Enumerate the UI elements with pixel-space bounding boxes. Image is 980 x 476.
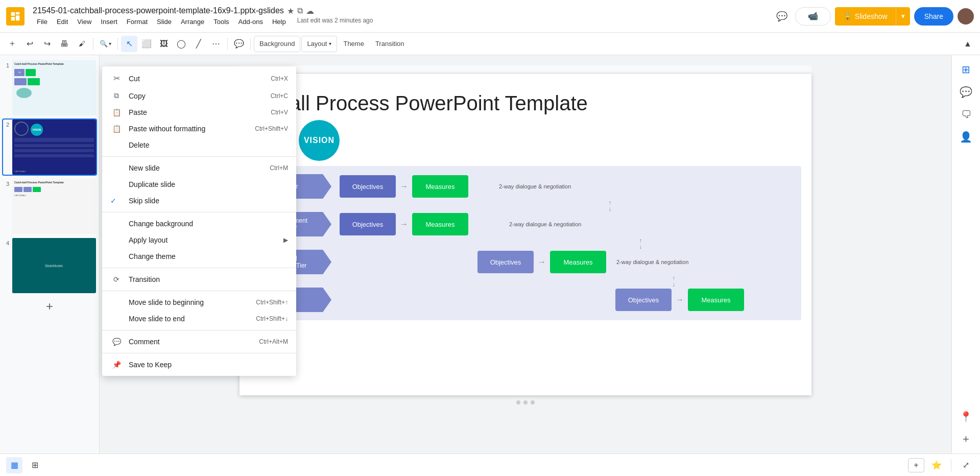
slide-thumb-4[interactable]: 4 SlideModel. xyxy=(2,237,97,294)
context-menu: ✂ Cut Ctrl+X ⧉ Copy Ctrl+C 📋 Paste Ctrl+… xyxy=(102,66,296,376)
ctx-cut[interactable]: ✂ Cut Ctrl+X xyxy=(102,69,296,87)
zoom-icon: 🔍 xyxy=(100,40,108,47)
slide-thumb-1[interactable]: 1 Catch-ball Process PowerPoint Template… xyxy=(2,59,97,116)
ctx-save-keep[interactable]: 📌 Save to Keep xyxy=(102,356,296,373)
share-button[interactable]: Share xyxy=(914,7,953,26)
menu-help[interactable]: Help xyxy=(268,17,290,27)
app-logo[interactable] xyxy=(6,7,25,26)
ctx-move-beginning[interactable]: Move slide to beginning Ctrl+Shift+↑ xyxy=(102,294,296,311)
ctx-new-slide-shortcut: Ctrl+M xyxy=(270,164,288,172)
redo-btn[interactable]: ↪ xyxy=(39,36,55,52)
normal-view-btn[interactable]: ▦ xyxy=(6,457,22,473)
extras-btn[interactable]: ⋯ xyxy=(208,36,224,52)
slide-thumb-2[interactable]: 2 VISION CATCHBALL xyxy=(2,118,97,176)
folder-icon[interactable]: ⧉ xyxy=(297,6,303,15)
cut-icon: ✂ xyxy=(110,74,123,83)
ctx-delete[interactable]: Delete xyxy=(102,137,296,153)
ctx-change-theme[interactable]: Change theme xyxy=(102,248,296,265)
ctx-sep1 xyxy=(102,156,296,157)
lock-icon: 🔒 xyxy=(843,12,852,20)
comments-panel-btn[interactable]: 🗨 xyxy=(956,104,976,125)
slide-num-3: 3 xyxy=(3,179,12,234)
arrow-4: → xyxy=(676,295,684,304)
ctx-sep3 xyxy=(102,268,296,268)
chat-panel-btn[interactable]: 💬 xyxy=(956,82,976,102)
cloud-icon[interactable]: ☁ xyxy=(306,6,314,16)
ctx-change-bg[interactable]: Change background xyxy=(102,216,296,232)
menu-arrange[interactable]: Arrange xyxy=(177,17,208,27)
submenu-arrow: ▶ xyxy=(283,236,288,244)
paste-icon: 📋 xyxy=(110,108,123,116)
ctx-new-slide[interactable]: New slide Ctrl+M xyxy=(102,160,296,176)
ctx-comment-shortcut: Ctrl+Alt+M xyxy=(259,338,288,345)
slides-panel-btn[interactable]: ⊞ xyxy=(956,59,976,80)
grid-view-btn[interactable]: ⊞ xyxy=(27,457,43,473)
maps-panel-btn[interactable]: 📍 xyxy=(956,407,976,427)
frame-btn[interactable]: ⬜ xyxy=(138,36,155,52)
ctx-sep2 xyxy=(102,212,296,212)
layout-btn[interactable]: Layout ▾ xyxy=(301,36,337,52)
background-btn[interactable]: Background xyxy=(254,36,300,52)
slide-canvas[interactable]: h-ball Process PowerPoint Template 🔍 ⚙ V… xyxy=(240,74,811,395)
ctx-comment[interactable]: 💬 Comment Ctrl+Alt+M xyxy=(102,334,296,350)
google-meet-btn[interactable]: 📹 xyxy=(795,7,831,26)
sep1 xyxy=(93,38,93,50)
account-panel-btn[interactable]: 👤 xyxy=(956,127,976,147)
shape-btn[interactable]: ◯ xyxy=(173,36,189,52)
menu-slide[interactable]: Slide xyxy=(153,17,176,27)
collapse-btn[interactable]: ▲ xyxy=(960,36,976,52)
comments-btn[interactable]: 💬 xyxy=(773,7,791,26)
add-btn[interactable]: ＋ xyxy=(4,36,20,52)
image-btn[interactable]: 🖼 xyxy=(156,36,172,52)
slide-thumb-3[interactable]: 3 Catch-ball Process PowerPoint Template… xyxy=(2,178,97,235)
add-content-btn[interactable]: + xyxy=(956,429,976,449)
undo-btn[interactable]: ↩ xyxy=(21,36,38,52)
line-btn[interactable]: ╱ xyxy=(190,36,207,52)
slide-img-4: SlideModel. xyxy=(12,238,96,293)
arrow-1: → xyxy=(400,182,408,191)
add-bottom-btn[interactable]: + xyxy=(908,458,924,472)
last-edit: Last edit was 2 minutes ago xyxy=(297,17,373,27)
svg-rect-3 xyxy=(16,15,19,20)
transition-btn[interactable]: Transition xyxy=(370,36,410,52)
comment-inline-btn[interactable]: 💬 xyxy=(231,36,247,52)
slide-img-2: VISION CATCHBALL xyxy=(12,120,96,175)
ctx-paste-label: Paste xyxy=(129,108,271,116)
objectives-box-3: Objectives xyxy=(477,251,534,273)
slideshow-dropdown-btn[interactable]: ▾ xyxy=(896,7,910,26)
ctx-copy[interactable]: ⧉ Copy Ctrl+C xyxy=(102,87,296,104)
menu-view[interactable]: View xyxy=(73,17,95,27)
menu-edit[interactable]: Edit xyxy=(53,17,72,27)
theme-btn[interactable]: Theme xyxy=(338,36,369,52)
ctx-transition[interactable]: ⟳ Transition xyxy=(102,271,296,288)
ctx-apply-layout[interactable]: Apply layout ▶ xyxy=(102,232,296,248)
slideshow-button[interactable]: 🔒 Slideshow xyxy=(835,7,896,26)
sep2 xyxy=(117,38,118,50)
ctx-skip-slide[interactable]: ✓ Skip slide xyxy=(102,193,296,209)
ctx-move-end-shortcut: Ctrl+Shift+↓ xyxy=(256,315,288,322)
ctx-change-theme-label: Change theme xyxy=(129,252,288,260)
cursor-btn[interactable]: ↖ xyxy=(121,36,137,52)
menu-tools[interactable]: Tools xyxy=(209,17,233,27)
star-icon[interactable]: ★ xyxy=(287,6,294,16)
zoom-dropdown[interactable]: 🔍 ▾ xyxy=(97,36,114,52)
menu-addons[interactable]: Add-ons xyxy=(234,17,267,27)
user-avatar[interactable] xyxy=(958,8,974,25)
ctx-paste-shortcut: Ctrl+V xyxy=(271,109,288,116)
expand-btn[interactable]: ⤢ xyxy=(958,457,974,473)
menu-file[interactable]: File xyxy=(33,17,52,27)
paintformat-btn[interactable]: 🖌 xyxy=(74,36,90,52)
ctx-duplicate-slide[interactable]: Duplicate slide xyxy=(102,176,296,193)
ctx-paste[interactable]: 📋 Paste Ctrl+V xyxy=(102,104,296,121)
title-area: 21545-01-catchball-process-powerpoint-te… xyxy=(33,6,769,27)
add-slide-btn[interactable]: + xyxy=(41,298,58,315)
ctx-paste-noformat[interactable]: 📋 Paste without formatting Ctrl+Shift+V xyxy=(102,121,296,137)
sticker-bottom-btn[interactable]: ⭐ xyxy=(928,457,945,473)
ctx-sep5 xyxy=(102,330,296,330)
print-btn[interactable]: 🖶 xyxy=(56,36,73,52)
menu-insert[interactable]: Insert xyxy=(97,17,122,27)
ctx-move-end[interactable]: Move slide to end Ctrl+Shift+↓ xyxy=(102,311,296,327)
sep3 xyxy=(227,38,228,50)
doc-title-text[interactable]: 21545-01-catchball-process-powerpoint-te… xyxy=(33,6,284,15)
menu-format[interactable]: Format xyxy=(123,17,152,27)
